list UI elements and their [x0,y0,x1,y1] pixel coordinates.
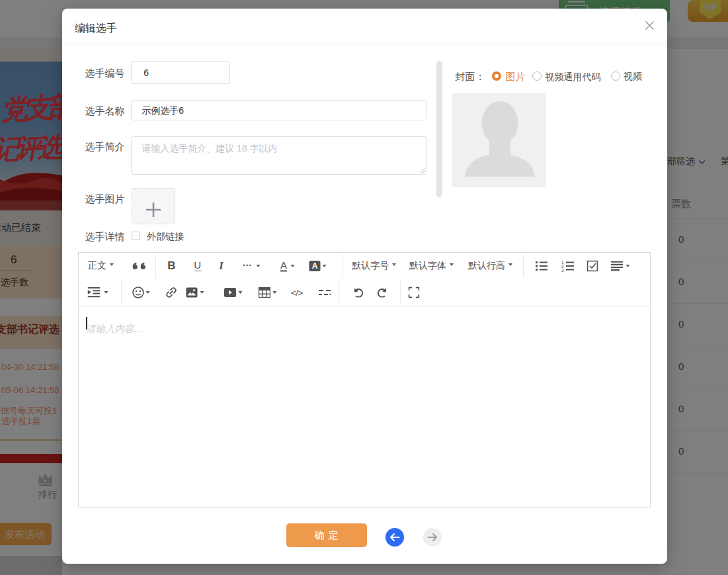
svg-text:3: 3 [561,268,564,272]
